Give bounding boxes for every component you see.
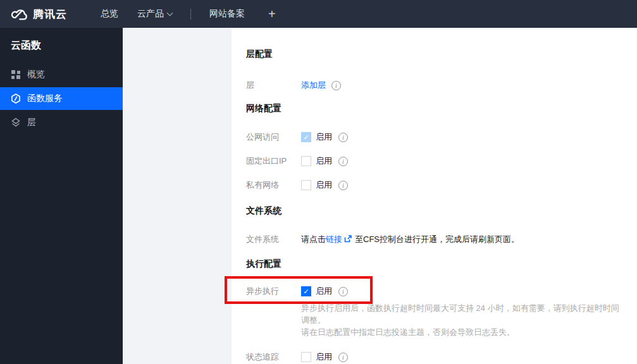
enable-label: 启用 — [316, 286, 332, 297]
help-line-2: 请在日志配置中指定日志投递主题，否则会导致日志丢失。 — [301, 326, 621, 338]
external-link-icon[interactable] — [344, 235, 352, 245]
fixed-ip-checkbox[interactable] — [301, 156, 311, 166]
async-execution-help: 异步执行启用后，函数执行超时时间最大可支持 24 小时，如有需要，请到执行超时时… — [301, 302, 621, 338]
vpc-checkbox[interactable] — [301, 180, 311, 190]
enable-label: 启用 — [316, 155, 332, 167]
brand-name[interactable]: 腾讯云 — [33, 7, 67, 21]
top-nav: 腾讯云 总览 云产品 网站备案 + — [0, 0, 637, 28]
network-config-heading: 网络配置 — [246, 103, 637, 113]
status-trace-row: 状态追踪 启用 i — [246, 351, 637, 363]
fixed-ip-row: 固定出口IP 启用 i — [246, 155, 637, 167]
function-hexagon-icon — [11, 94, 21, 104]
sidebar-item-label: 概览 — [27, 69, 45, 80]
layer-config-heading: 层配置 — [246, 49, 637, 59]
execution-config-heading: 执行配置 — [246, 258, 637, 269]
info-icon[interactable]: i — [331, 81, 341, 90]
add-tab-button[interactable]: + — [268, 7, 276, 21]
sidebar-item-function-service[interactable]: 函数服务 — [0, 87, 123, 110]
cfs-console-link[interactable]: 链接 — [326, 234, 342, 244]
fixed-ip-label: 固定出口IP — [246, 155, 301, 167]
vpc-label: 私有网络 — [246, 179, 301, 191]
async-execution-row: 异步执行 ✓ 启用 i — [246, 285, 637, 298]
layer-row: 层 添加层 i — [246, 79, 637, 92]
info-icon[interactable]: i — [338, 133, 348, 142]
info-icon[interactable]: i — [338, 181, 348, 190]
nav-item-overview[interactable]: 总览 — [101, 8, 118, 20]
sidebar-item-label: 层 — [27, 117, 36, 128]
collapsed-secondary-panel — [123, 28, 232, 364]
cloud-logo-icon — [9, 7, 28, 21]
tencent-cloud-logo[interactable]: 腾讯云 — [9, 7, 67, 21]
check-icon: ✓ — [303, 134, 309, 141]
chevron-down-icon — [167, 10, 173, 16]
async-execution-checkbox[interactable]: ✓ — [301, 286, 311, 296]
vpc-row: 私有网络 启用 i — [246, 179, 637, 191]
sidebar-item-layers[interactable]: 层 — [0, 111, 123, 134]
enable-label: 启用 — [316, 131, 332, 143]
hint-text-before: 请点击 — [301, 234, 326, 244]
enable-label: 启用 — [316, 179, 332, 191]
filesystem-row: 文件系统 请点击链接至CFS控制台进行开通，完成后请刷新页面。 — [246, 233, 637, 246]
filesystem-hint: 请点击链接至CFS控制台进行开通，完成后请刷新页面。 — [301, 234, 519, 245]
info-icon[interactable]: i — [338, 353, 348, 362]
sidebar-item-overview[interactable]: 概览 — [0, 63, 123, 86]
layers-icon — [11, 118, 21, 128]
filesystem-label: 文件系统 — [246, 234, 301, 245]
async-execution-label: 异步执行 — [246, 286, 301, 297]
sidebar: 云函数 概览 函数服务 — [0, 28, 123, 364]
info-icon[interactable]: i — [338, 287, 348, 296]
add-layer-link[interactable]: 添加层 — [301, 80, 326, 91]
layer-label: 层 — [246, 80, 301, 91]
sidebar-title: 云函数 — [0, 28, 123, 53]
filesystem-heading: 文件系统 — [246, 205, 637, 215]
status-trace-label: 状态追踪 — [246, 351, 301, 363]
check-icon: ✓ — [303, 288, 309, 295]
public-access-label: 公网访问 — [246, 131, 301, 143]
nav-item-icp[interactable]: 网站备案 — [209, 8, 245, 20]
enable-label: 启用 — [316, 351, 332, 363]
sidebar-item-label: 函数服务 — [27, 93, 63, 104]
info-icon[interactable]: i — [338, 157, 348, 166]
nav-divider — [190, 9, 191, 20]
nav-item-products[interactable]: 云产品 — [137, 8, 172, 20]
public-access-checkbox[interactable]: ✓ — [301, 132, 311, 142]
help-line-1: 异步执行启用后，函数执行超时时间最大可支持 24 小时，如有需要，请到执行超时时… — [301, 302, 621, 326]
nav-products-label: 云产品 — [137, 8, 164, 20]
public-access-row: 公网访问 ✓ 启用 i — [246, 131, 637, 143]
status-trace-checkbox[interactable] — [301, 352, 311, 362]
grid-overview-icon — [11, 70, 21, 80]
hint-text-after: 至CFS控制台进行开通，完成后请刷新页面。 — [355, 234, 519, 244]
function-config-form: 层配置 层 添加层 i 网络配置 公网访问 ✓ 启用 i 固定出口IP 启用 i… — [232, 28, 637, 364]
